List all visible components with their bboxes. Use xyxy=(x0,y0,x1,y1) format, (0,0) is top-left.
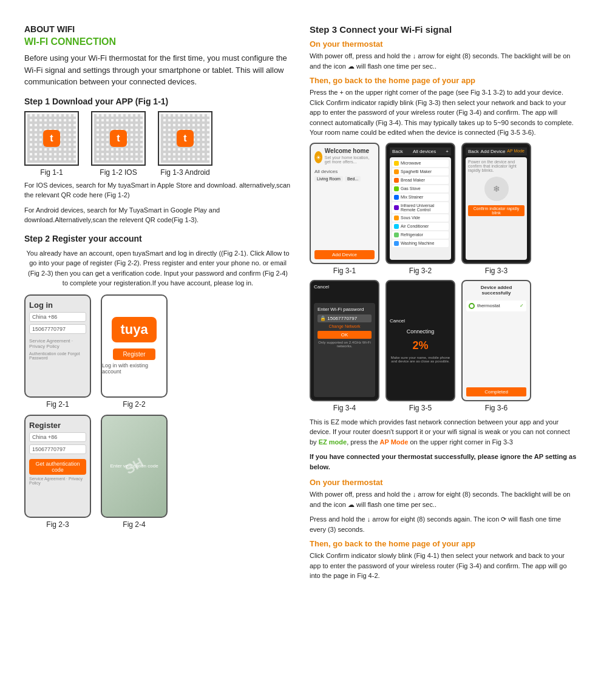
password-dialog: Enter Wi-Fi password 🔒 15067770797 Chang… xyxy=(314,303,375,397)
register-links: Service Agreement · Privacy Policy xyxy=(29,477,86,485)
fig3-row-2: Cancel Enter Wi-Fi password 🔒 1506777079… xyxy=(310,280,577,412)
qr-label-1: Fig 1-1 xyxy=(40,168,63,177)
device-name-6: Infrared Universal Remote Control xyxy=(401,203,447,212)
wifi-password-field[interactable]: 🔒 15067770797 xyxy=(317,314,372,322)
device-dot-9 xyxy=(394,233,399,237)
fig33-label: Fig 3-3 xyxy=(485,267,508,275)
fig21-phone: Log in China +86 15067770797 Service Agr… xyxy=(24,294,91,398)
fig36-phone: Device added successfully thermostat ✓ C… xyxy=(461,280,531,401)
confirm-blink-btn[interactable]: Confirm indicator rapidly blink xyxy=(468,205,525,216)
fig31-item: ☀ Welcome home Set your home location, g… xyxy=(310,143,379,275)
connecting-note-label: Make sure your name, mobile phone and de… xyxy=(390,356,451,363)
tuya-brand-logo: tuya xyxy=(112,317,156,342)
device-name-10: Washing Machine xyxy=(401,241,434,245)
thermostat-name: thermostat xyxy=(477,303,500,308)
register-title: Register xyxy=(29,421,86,430)
all-devices-label: All devices xyxy=(314,169,375,174)
fig34-phone: Cancel Enter Wi-Fi password 🔒 1506777079… xyxy=(310,280,379,401)
fig35-phone: Cancel Connecting 2% Make sure your name… xyxy=(385,280,455,401)
device-row-10: Washing Machine xyxy=(392,240,449,247)
living-room-tab[interactable]: Living Room xyxy=(314,176,343,182)
device-name-1: Microwave xyxy=(401,161,421,165)
fig32-item: Back All devices + Microwave Spaghetti M… xyxy=(385,143,455,275)
device-dot-7 xyxy=(394,216,399,220)
device-row-2: Spaghetti Maker xyxy=(392,168,449,175)
enter-wifi-label: Enter Wi-Fi password xyxy=(317,307,372,312)
ios-note: For IOS devices, search for My tuyaSmart… xyxy=(24,180,291,200)
step2-title: Step 2 Register your account xyxy=(24,234,291,243)
fig31-phone: ☀ Welcome home Set your home location, g… xyxy=(310,143,379,264)
fig22-phone: tuya Register Log in with existing accou… xyxy=(101,294,168,398)
app-body2: Click Confirm indicator slowly blink (Fi… xyxy=(310,551,577,581)
ok-btn[interactable]: OK xyxy=(317,331,372,339)
qr-label-2: Fig 1-2 IOS xyxy=(100,168,137,177)
lock-icon: 🔒 xyxy=(320,316,326,321)
cancel-label-34: Cancel xyxy=(314,284,375,290)
ap-mode-label: AP Mode xyxy=(380,438,409,446)
welcome-sub-label: Set your home location, get more offers.… xyxy=(325,155,375,164)
then-heading-1: Then, go back to the home page of your a… xyxy=(310,76,577,85)
thermostat-body2b: Press and hold the ↓ arrow for eight (8)… xyxy=(310,514,577,534)
bed-room-tab[interactable]: Bed... xyxy=(345,176,361,182)
intro-text: Before using your Wi-Fi thermostat for t… xyxy=(24,52,291,88)
welcome-home-label: Welcome home xyxy=(325,148,375,154)
step3-heading: Step 3 Connect your Wi-Fi signal xyxy=(310,24,577,35)
fig32-header: Back All devices + xyxy=(390,148,451,155)
device-row-7: Sous Vide xyxy=(392,214,449,222)
fig34-item: Cancel Enter Wi-Fi password 🔒 1506777079… xyxy=(310,280,379,412)
fig33-content: Power on the device and confirm that ind… xyxy=(466,157,527,260)
only-supported-note: Only supported on 2.4GHz Wi-Fi networks. xyxy=(317,341,372,348)
device-dot-8 xyxy=(394,224,399,229)
fig22-label: Fig 2-2 xyxy=(123,400,145,409)
ez-mode-note: This is EZ mode which provides fast netw… xyxy=(310,417,577,447)
tuya-logo-3: t xyxy=(177,130,194,147)
device-added-label: Device added successfully xyxy=(466,285,526,296)
thermostat-body1: With power off, press and hold the ↓ arr… xyxy=(310,51,577,71)
fig23-item: Register China +86 15067770797 Get authe… xyxy=(24,415,91,529)
all-devices-header: All devices xyxy=(413,149,436,154)
add-device-btn[interactable]: Add Device xyxy=(314,250,375,259)
device-icon: ❄ xyxy=(484,177,509,201)
device-row-3: Bread Maker xyxy=(392,177,449,184)
device-name-7: Sous Vide xyxy=(401,216,420,220)
device-row-6: Infrared Universal Remote Control xyxy=(392,202,449,213)
fig21-item: Log in China +86 15067770797 Service Agr… xyxy=(24,294,91,409)
device-name-3: Bread Maker xyxy=(401,178,425,182)
success-dot xyxy=(469,303,475,309)
fig35-item: Cancel Connecting 2% Make sure your name… xyxy=(385,280,455,412)
fig22-item: tuya Register Log in with existing accou… xyxy=(101,294,168,409)
login-field1: China +86 xyxy=(29,312,86,322)
on-thermostat-1: On your thermostat xyxy=(310,39,577,49)
get-auth-btn[interactable]: Get authentication code xyxy=(29,459,86,475)
ez-mode-label: EZ mode xyxy=(319,438,347,446)
fig35-label: Fig 3-5 xyxy=(409,404,432,412)
fig32-content: Microwave Spaghetti Maker Bread Maker xyxy=(390,157,451,260)
device-dot-4 xyxy=(394,186,399,191)
register-btn: Register xyxy=(113,348,155,360)
add-icon[interactable]: + xyxy=(446,149,449,154)
device-row-5: Mix Strainer xyxy=(392,194,449,201)
then-heading-2: Then, go back to the home page of your a… xyxy=(310,539,577,548)
fig33-item: Back Add Device AP Mode Power on the dev… xyxy=(461,143,531,275)
device-dot-5 xyxy=(394,195,399,200)
fig24-label: Fig 2-4 xyxy=(123,520,145,529)
qr-item-2: t Fig 1-2 IOS xyxy=(91,111,146,177)
wifi-phone-number: 15067770797 xyxy=(327,316,357,321)
device-row-1: Microwave xyxy=(392,160,449,167)
device-name-4: Gas Stove xyxy=(401,186,421,191)
device-name-2: Spaghetti Maker xyxy=(401,169,432,174)
tuya-login-link: Log in with existing account xyxy=(102,362,166,375)
device-row-8: Air Conditioner xyxy=(392,223,449,230)
fig23-label: Fig 2-3 xyxy=(46,520,69,529)
fig23-phone: Register China +86 15067770797 Get authe… xyxy=(24,415,91,518)
device-dot-3 xyxy=(394,178,399,183)
change-network-link[interactable]: Change Network xyxy=(317,324,372,328)
completed-btn[interactable]: Completed xyxy=(466,387,526,396)
add-device-header: Add Device xyxy=(481,149,506,154)
fig36-item: Device added successfully thermostat ✓ C… xyxy=(461,280,531,412)
about-heading: ABOUT WIFI xyxy=(24,24,291,34)
device-row-4: Gas Stove xyxy=(392,185,449,192)
login-links2: Authentication code Forgot Password xyxy=(29,352,86,360)
step1-title: Step 1 Download your APP (Fig 1-1) xyxy=(24,97,291,106)
device-name-8: Air Conditioner xyxy=(401,224,429,228)
